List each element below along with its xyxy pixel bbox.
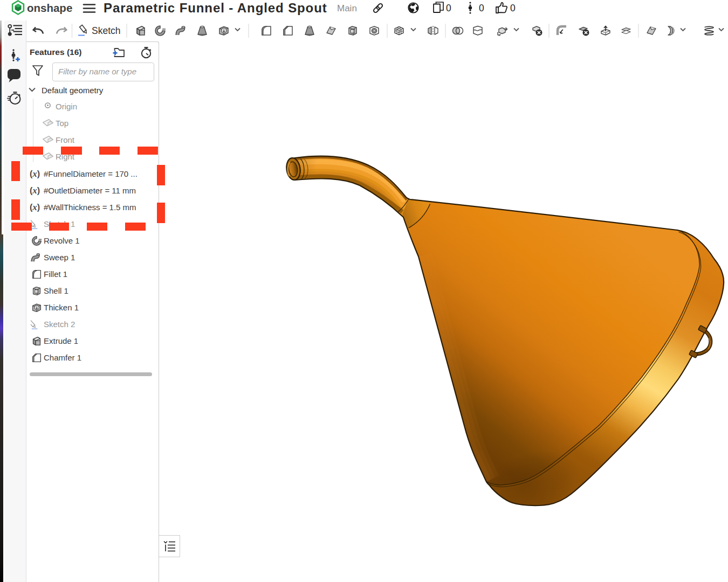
svg-text:Main: Main	[337, 3, 357, 13]
svg-text:0: 0	[479, 3, 484, 13]
svg-text:0: 0	[510, 3, 516, 13]
svg-text:0: 0	[446, 3, 451, 13]
svg-text:onshape: onshape	[27, 2, 72, 14]
svg-text:Sketch: Sketch	[92, 25, 121, 36]
svg-text:Parametric Funnel - Angled Spo: Parametric Funnel - Angled Spout	[104, 1, 327, 15]
